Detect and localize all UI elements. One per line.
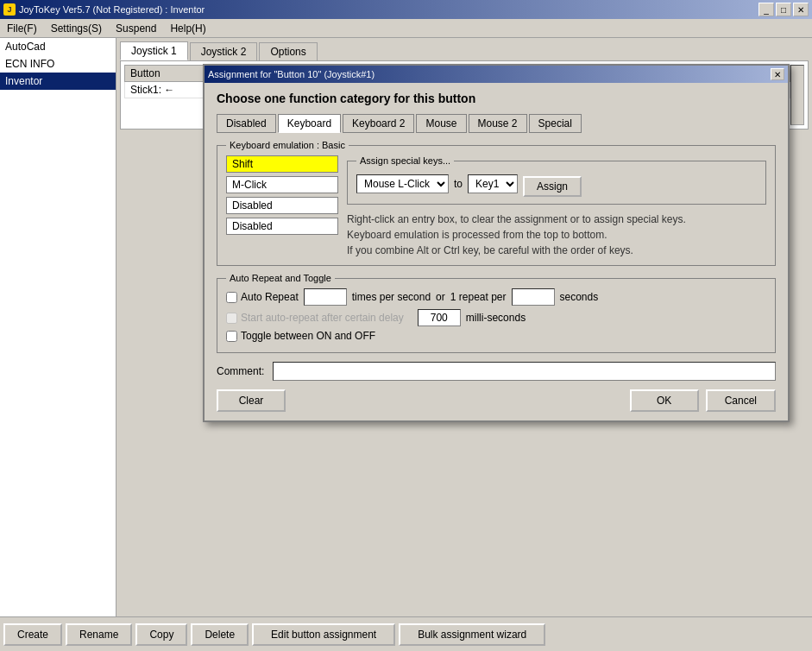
special-keys-row: Mouse L-Click to Key1 Assign bbox=[356, 171, 757, 197]
key-item-disabled1[interactable]: Disabled bbox=[226, 197, 338, 214]
bulk-wizard-button[interactable]: Bulk assignment wizard bbox=[399, 623, 545, 646]
toggle-checkbox-wrapper: Toggle between ON and OFF bbox=[226, 330, 375, 342]
or-label: or bbox=[436, 291, 445, 303]
menu-suspend[interactable]: Suspend bbox=[109, 21, 163, 36]
key-item-mclick[interactable]: M-Click bbox=[226, 176, 338, 193]
copy-button[interactable]: Copy bbox=[135, 623, 187, 646]
keyboard-content: Shift M-Click Disabled Disabled Assign s… bbox=[226, 155, 766, 258]
info-line-1: Right-click an entry box, to clear the a… bbox=[347, 212, 766, 227]
app-title: JoyToKey Ver5.7 (Not Registered) : Inven… bbox=[19, 4, 205, 15]
dialog-buttons: Clear OK Cancel bbox=[217, 389, 776, 412]
key-list: Shift M-Click Disabled Disabled bbox=[226, 155, 338, 258]
menu-settings[interactable]: Settings(S) bbox=[44, 21, 109, 36]
menu-bar: File(F) Settings(S) Suspend Help(H) bbox=[0, 19, 812, 38]
times-per-second-input[interactable] bbox=[304, 288, 347, 306]
tab-keyboard[interactable]: Keyboard bbox=[278, 114, 341, 133]
special-keys-section: Assign special keys... Mouse L-Click to … bbox=[347, 155, 766, 205]
delete-button[interactable]: Delete bbox=[191, 623, 249, 646]
minimize-button[interactable]: _ bbox=[758, 3, 774, 16]
edit-assignment-button[interactable]: Edit button assignment bbox=[252, 623, 395, 646]
delay-label: Start auto-repeat after certain delay bbox=[241, 312, 404, 324]
auto-repeat-row3: Toggle between ON and OFF bbox=[226, 330, 766, 342]
ok-button[interactable]: OK bbox=[630, 389, 699, 412]
ms-label: milli-seconds bbox=[466, 312, 526, 324]
delay-checkbox[interactable] bbox=[226, 313, 237, 324]
auto-repeat-row2: Start auto-repeat after certain delay mi… bbox=[226, 309, 766, 326]
title-bar-text: J JoyToKey Ver5.7 (Not Registered) : Inv… bbox=[3, 3, 205, 16]
title-bar: J JoyToKey Ver5.7 (Not Registered) : Inv… bbox=[0, 0, 812, 19]
auto-repeat-checkbox[interactable] bbox=[226, 292, 237, 303]
special-key-dropdown2[interactable]: Key1 bbox=[468, 174, 518, 193]
menu-help[interactable]: Help(H) bbox=[163, 21, 212, 36]
auto-repeat-row1: Auto Repeat times per second or 1 repeat… bbox=[226, 288, 766, 306]
create-button[interactable]: Create bbox=[3, 623, 62, 646]
one-repeat-label: 1 repeat per bbox=[450, 291, 507, 303]
dialog-body: Choose one function category for this bu… bbox=[205, 83, 788, 420]
tab-mouse[interactable]: Mouse bbox=[416, 114, 466, 133]
auto-repeat-checkbox-wrapper: Auto Repeat bbox=[226, 291, 299, 303]
tab-options[interactable]: Options bbox=[259, 42, 317, 60]
bottom-toolbar: Create Rename Copy Delete Edit button as… bbox=[0, 616, 812, 651]
dialog-btn-group-right: OK Cancel bbox=[630, 389, 776, 412]
times-per-second-label: times per second bbox=[352, 291, 431, 303]
assignment-dialog: Assignment for "Button 10" (Joystick#1) … bbox=[203, 64, 790, 422]
info-line-3: If you combine Alt or Ctrl key, be caref… bbox=[347, 243, 766, 258]
dialog-title-text: Assignment for "Button 10" (Joystick#1) bbox=[208, 69, 375, 79]
tab-keyboard2[interactable]: Keyboard 2 bbox=[343, 114, 414, 133]
sidebar-item-ecninfo[interactable]: ECN INFO bbox=[0, 55, 116, 73]
to-label: to bbox=[454, 178, 463, 190]
function-tabs: Disabled Keyboard Keyboard 2 Mouse Mouse… bbox=[217, 114, 776, 133]
comment-row: Comment: bbox=[217, 362, 776, 381]
tab-disabled[interactable]: Disabled bbox=[217, 114, 276, 133]
auto-repeat-section: Auto Repeat and Toggle Auto Repeat times… bbox=[217, 273, 776, 353]
clear-button[interactable]: Clear bbox=[217, 389, 286, 412]
sidebar-item-autocad[interactable]: AutoCad bbox=[0, 38, 116, 55]
delay-checkbox-wrapper: Start auto-repeat after certain delay bbox=[226, 312, 404, 324]
sidebar: AutoCad ECN INFO Inventor bbox=[0, 38, 116, 616]
key-item-disabled2[interactable]: Disabled bbox=[226, 218, 338, 235]
tab-joystick2[interactable]: Joystick 2 bbox=[190, 42, 258, 60]
key-item-shift[interactable]: Shift bbox=[226, 155, 338, 173]
dialog-title-bar: Assignment for "Button 10" (Joystick#1) … bbox=[205, 66, 788, 83]
special-keys-legend: Assign special keys... bbox=[356, 155, 454, 166]
info-text: Right-click an entry box, to clear the a… bbox=[347, 212, 766, 258]
menu-file[interactable]: File(F) bbox=[0, 21, 44, 36]
maximize-button[interactable]: □ bbox=[776, 3, 791, 16]
dialog-close-button[interactable]: ✕ bbox=[771, 68, 784, 80]
ms-input[interactable] bbox=[418, 309, 461, 326]
assign-button[interactable]: Assign bbox=[523, 176, 582, 197]
auto-repeat-legend: Auto Repeat and Toggle bbox=[226, 273, 335, 283]
auto-repeat-label: Auto Repeat bbox=[241, 291, 299, 303]
scrollbar[interactable] bbox=[790, 65, 804, 125]
tab-joystick1[interactable]: Joystick 1 bbox=[120, 41, 188, 60]
info-line-2: Keyboard emulation is processed from the… bbox=[347, 227, 766, 243]
seconds-label: seconds bbox=[560, 291, 599, 303]
seconds-input[interactable] bbox=[512, 288, 555, 306]
tab-bar: Joystick 1 Joystick 2 Options bbox=[120, 41, 809, 60]
main-area: AutoCad ECN INFO Inventor Joystick 1 Joy… bbox=[0, 38, 812, 616]
dialog-main-title: Choose one function category for this bu… bbox=[217, 92, 776, 105]
tab-special[interactable]: Special bbox=[529, 114, 582, 133]
toggle-checkbox[interactable] bbox=[226, 331, 237, 342]
toggle-label: Toggle between ON and OFF bbox=[241, 330, 375, 342]
tab-mouse2[interactable]: Mouse 2 bbox=[469, 114, 527, 133]
keyboard-legend: Keyboard emulation : Basic bbox=[226, 140, 349, 150]
comment-label: Comment: bbox=[217, 365, 264, 377]
app-icon: J bbox=[3, 3, 16, 16]
special-key-dropdown1[interactable]: Mouse L-Click bbox=[356, 174, 449, 193]
comment-input[interactable] bbox=[273, 362, 776, 381]
rename-button[interactable]: Rename bbox=[66, 623, 132, 646]
sidebar-item-inventor[interactable]: Inventor bbox=[0, 73, 116, 90]
cancel-button[interactable]: Cancel bbox=[706, 389, 776, 412]
title-bar-controls: _ □ ✕ bbox=[758, 3, 809, 16]
content-area: Joystick 1 Joystick 2 Options Button Fun… bbox=[116, 38, 812, 616]
keyboard-section: Keyboard emulation : Basic Shift M-Click… bbox=[217, 140, 776, 266]
close-button[interactable]: ✕ bbox=[793, 3, 809, 16]
special-keys-area: Assign special keys... Mouse L-Click to … bbox=[347, 155, 766, 258]
